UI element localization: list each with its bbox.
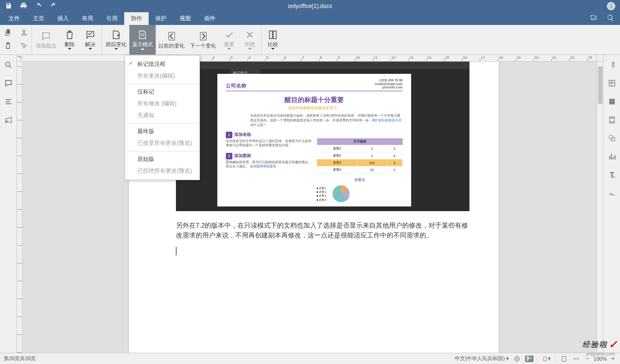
select-icon[interactable] xyxy=(20,42,28,51)
dropdown-markup-balloons[interactable]: 标记批注框 xyxy=(125,58,199,70)
tab-protection[interactable]: 保护 xyxy=(149,12,173,25)
comments-icon[interactable] xyxy=(4,79,13,89)
tab-plugins[interactable]: 插件 xyxy=(198,12,222,25)
document-title: onlyoffice(1).docx xyxy=(0,3,620,9)
menu-bar: 文件 主页 插入 布局 引用 协作 保护 视图 插件 xyxy=(0,12,620,25)
tab-collaboration[interactable]: 协作 xyxy=(124,12,149,25)
tab-view[interactable]: 视图 xyxy=(173,12,198,25)
horizontal-ruler[interactable]: 2101234567891011121314151617181920212223 xyxy=(23,55,596,62)
chart-settings-icon[interactable] xyxy=(608,152,616,162)
left-sidebar xyxy=(0,55,17,353)
add-comment-button[interactable]: 添加批注 xyxy=(33,25,59,55)
document-canvas[interactable]: 标记批注… 简单更改 仅标记 标题格式 夜景黑色 公司名称 (123) 456 … xyxy=(23,62,596,353)
dropdown-accepted-preview[interactable]: 已接受所有更改(预览) xyxy=(125,137,199,149)
spellcheck-toggle-icon[interactable] xyxy=(525,356,533,362)
fit-page-icon[interactable] xyxy=(560,356,568,362)
image-settings-icon[interactable] xyxy=(608,97,616,107)
signature-icon[interactable] xyxy=(608,189,616,199)
svg-point-0 xyxy=(6,62,10,66)
ruler-corner[interactable] xyxy=(17,55,23,62)
resolve-comment-button[interactable]: 解决 xyxy=(80,25,101,55)
headings-icon[interactable] xyxy=(4,97,13,107)
embedded-right-panel xyxy=(416,69,468,163)
text-art-icon[interactable] xyxy=(608,171,616,181)
user-avatar[interactable]: 1 xyxy=(607,2,615,10)
paste-icon[interactable] xyxy=(4,42,12,51)
language-selector[interactable]: 中文(中华人民共和国) ▾ xyxy=(455,355,509,362)
work-area: 2101234567891011121314151617181920212223… xyxy=(0,55,620,353)
feedback-icon[interactable] xyxy=(4,116,13,126)
open-location-icon[interactable] xyxy=(590,14,597,23)
display-mode-button[interactable]: 显示模式 xyxy=(129,25,156,55)
status-bar: 第26页共26页 中文(中华人民共和国) ▾ | ▾ | − 100% + xyxy=(0,353,620,364)
fit-width-icon[interactable] xyxy=(572,356,580,362)
body-paragraph: 另外在7.2的版本中，在只读模式下的文档也加入了选择是否显示来自其他用户的修改，… xyxy=(176,221,469,240)
reject-button[interactable]: 拒绝 xyxy=(239,25,260,55)
page-indicator[interactable]: 第26页共26页 xyxy=(4,355,36,362)
tab-references[interactable]: 引用 xyxy=(100,12,124,25)
tab-layout[interactable]: 布局 xyxy=(75,12,100,25)
dropdown-all-revisions-edit[interactable]: 所有修改 (编辑) xyxy=(125,98,199,110)
vertical-ruler[interactable] xyxy=(17,62,23,353)
undo-icon[interactable] xyxy=(35,2,42,11)
compare-button[interactable]: 比较 xyxy=(262,25,283,55)
title-bar: onlyoffice(1).docx 1 xyxy=(0,0,620,12)
dropdown-all-changes-edit[interactable]: 所有更改(编辑) xyxy=(125,70,199,82)
dropdown-original[interactable]: 原始版 xyxy=(125,153,199,165)
watermark: 经验啦✓ jingyanla.com xyxy=(582,339,617,351)
accept-button[interactable]: 接受 xyxy=(219,25,239,55)
tab-home[interactable]: 主页 xyxy=(26,12,51,25)
scrollbar-thumb[interactable] xyxy=(598,66,603,104)
table-settings-icon[interactable] xyxy=(608,79,616,89)
shape-settings-icon[interactable] xyxy=(608,134,616,144)
header-footer-icon[interactable] xyxy=(608,116,616,126)
tab-file[interactable]: 文件 xyxy=(2,12,26,25)
search-icon[interactable] xyxy=(607,14,614,23)
ribbon: 添加批注 删除 解决 跟踪变化 显示模式 以前的变化 xyxy=(0,25,620,55)
dropdown-markup-only[interactable]: 仅标记 xyxy=(125,86,199,98)
svg-rect-5 xyxy=(562,356,566,361)
right-sidebar xyxy=(603,55,620,353)
previous-change-button[interactable]: 以前的变化 xyxy=(156,25,187,55)
zoom-value[interactable]: 100% xyxy=(594,356,607,362)
redo-icon[interactable] xyxy=(50,2,57,11)
tab-insert[interactable]: 插入 xyxy=(51,12,75,25)
spellcheck-icon[interactable] xyxy=(513,356,521,362)
track-changes-status-icon[interactable]: ▾ xyxy=(542,356,551,362)
paragraph-settings-icon[interactable] xyxy=(608,61,616,71)
text-cursor xyxy=(176,247,176,255)
display-mode-dropdown: 标记批注框 所有更改(编辑) 仅标记 所有修改 (编辑) 无通知 最终版 已接受… xyxy=(125,55,200,180)
delete-comment-button[interactable]: 删除 xyxy=(59,25,80,55)
dropdown-no-notify[interactable]: 无通知 xyxy=(125,110,199,121)
svg-point-2 xyxy=(609,135,613,139)
track-changes-button[interactable]: 跟踪变化 xyxy=(103,25,129,55)
find-icon[interactable] xyxy=(4,61,13,71)
print-icon[interactable] xyxy=(20,2,27,11)
save-icon[interactable] xyxy=(5,2,12,11)
next-change-button[interactable]: 下一个变化 xyxy=(187,25,219,55)
dropdown-rejected-preview[interactable]: 已拒绝所有更改(预览) xyxy=(125,165,199,177)
dropdown-final[interactable]: 最终版 xyxy=(125,126,199,137)
vertical-scrollbar[interactable] xyxy=(596,62,603,353)
copy-icon[interactable] xyxy=(4,29,12,38)
embedded-screenshot: 标记批注… 简单更改 仅标记 标题格式 夜景黑色 公司名称 (123) 456 … xyxy=(176,62,469,211)
cut-icon[interactable] xyxy=(20,29,28,38)
